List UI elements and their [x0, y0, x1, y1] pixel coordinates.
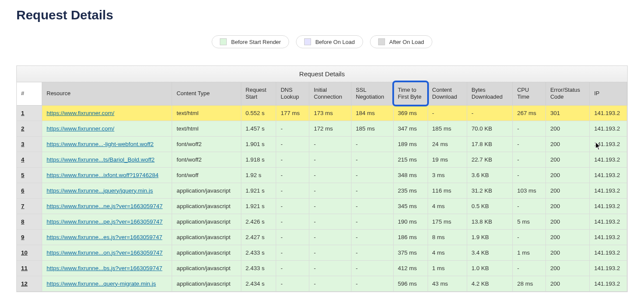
row-index[interactable]: 2: [17, 121, 42, 136]
cell-cpuTime: 28 ms: [513, 276, 546, 291]
col-header-content-type[interactable]: Content Type: [172, 82, 241, 105]
cell-cpuTime: -: [513, 152, 546, 167]
cell-initialConnection: -: [309, 214, 351, 229]
resource-link[interactable]: https://www.fixrunne...on.js?ver=1663059…: [46, 249, 163, 256]
legend-before-on-load[interactable]: Before On Load: [296, 35, 363, 48]
row-index[interactable]: 12: [17, 276, 42, 291]
cell-contentDownload: 3 ms: [428, 167, 467, 183]
cell-ttfb: 215 ms: [393, 152, 428, 167]
table-row[interactable]: 7https://www.fixrunne...ne.js?ver=166305…: [17, 198, 627, 214]
col-header-num[interactable]: #: [17, 82, 42, 105]
cell-sslNegotiation: -: [351, 276, 394, 291]
cell-errorStatus: 200: [546, 198, 590, 214]
cell-cpuTime: -: [513, 260, 546, 276]
row-index[interactable]: 11: [17, 260, 42, 276]
resource-link[interactable]: https://www.fixrunne...ixfont.woff?19746…: [46, 172, 158, 178]
cell-sslNegotiation: -: [351, 167, 394, 183]
row-index[interactable]: 1: [17, 105, 42, 121]
legend-label: Before Start Render: [231, 39, 281, 45]
cell-errorStatus: 301: [546, 105, 590, 121]
cell-initialConnection: -: [309, 245, 351, 260]
resource-cell: https://www.fixrunne...on.js?ver=1663059…: [42, 245, 172, 260]
cell-sslNegotiation: -: [351, 260, 394, 276]
cell-ttfb: 189 ms: [393, 136, 428, 152]
cell-errorStatus: 200: [546, 229, 590, 245]
col-header-initial-connection[interactable]: Initial Connection: [309, 82, 351, 105]
cell-sslNegotiation: -: [351, 245, 394, 260]
cell-ttfb: 186 ms: [393, 229, 428, 245]
cell-initialConnection: -: [309, 167, 351, 183]
cell-contentDownload: 185 ms: [428, 121, 467, 136]
cell-bytesDownloaded: 70.0 KB: [467, 121, 512, 136]
cell-errorStatus: 200: [546, 121, 590, 136]
table-row[interactable]: 12https://www.fixrunne...query-migrate.m…: [17, 276, 627, 291]
table-row[interactable]: 2https://www.fixrunner.com/text/html1.45…: [17, 121, 627, 136]
resource-link[interactable]: https://www.fixrunne...-light-webfont.wo…: [46, 141, 154, 147]
resource-link[interactable]: https://www.fixrunne...bs.js?ver=1663059…: [46, 265, 162, 271]
col-header-cpu-time[interactable]: CPU Time: [513, 82, 546, 105]
table-row[interactable]: 5https://www.fixrunne...ixfont.woff?1974…: [17, 167, 627, 183]
cell-bytesDownloaded: 3.4 KB: [467, 245, 512, 260]
resource-link[interactable]: https://www.fixrunne...query-migrate.min…: [46, 280, 156, 287]
row-index[interactable]: 5: [17, 167, 42, 183]
cell-contentDownload: 8 ms: [428, 229, 467, 245]
cell-initialConnection: 173 ms: [309, 105, 351, 121]
cell-bytesDownloaded: 13.8 KB: [467, 214, 512, 229]
table-row[interactable]: 3https://www.fixrunne...-light-webfont.w…: [17, 136, 627, 152]
table-row[interactable]: 6https://www.fixrunne...jquery/jquery.mi…: [17, 183, 627, 198]
resource-link[interactable]: https://www.fixrunne...es.js?ver=1663059…: [46, 234, 162, 240]
resource-link[interactable]: https://www.fixrunner.com/: [46, 110, 114, 116]
cell-errorStatus: 200: [546, 276, 590, 291]
col-header-ssl-negotiation[interactable]: SSL Negotiation: [351, 82, 394, 105]
row-index[interactable]: 9: [17, 229, 42, 245]
cell-dnsLookup: -: [276, 136, 309, 152]
cell-sslNegotiation: -: [351, 136, 394, 152]
cell-requestStart: 2.427 s: [241, 229, 276, 245]
resource-link[interactable]: https://www.fixrunne...pe.js?ver=1663059…: [46, 218, 163, 225]
col-header-content-download[interactable]: Content Download: [428, 82, 467, 105]
cell-ttfb: 347 ms: [393, 121, 428, 136]
col-header-resource[interactable]: Resource: [42, 82, 172, 105]
row-index[interactable]: 10: [17, 245, 42, 260]
cell-contentDownload: 1 ms: [428, 260, 467, 276]
table-row[interactable]: 9https://www.fixrunne...es.js?ver=166305…: [17, 229, 627, 245]
col-header-request-start[interactable]: Request Start: [241, 82, 276, 105]
col-header-ttfb[interactable]: Time to First Byte: [393, 82, 428, 105]
cell-cpuTime: 1 ms: [513, 245, 546, 260]
row-index[interactable]: 8: [17, 214, 42, 229]
cell-initialConnection: -: [309, 183, 351, 198]
cell-bytesDownloaded: 1.9 KB: [467, 229, 512, 245]
resource-link[interactable]: https://www.fixrunne...ne.js?ver=1663059…: [46, 203, 163, 209]
cell-ip: 141.193.2: [590, 260, 627, 276]
cell-requestStart: 1.921 s: [241, 198, 276, 214]
cell-cpuTime: 103 ms: [513, 183, 546, 198]
col-header-bytes-downloaded[interactable]: Bytes Downloaded: [467, 82, 512, 105]
table-row[interactable]: 4https://www.fixrunne...ts/Bariol_Bold.w…: [17, 152, 627, 167]
row-index[interactable]: 7: [17, 198, 42, 214]
col-header-ip[interactable]: IP: [590, 82, 627, 105]
legend-before-start-render[interactable]: Before Start Render: [212, 35, 289, 48]
table-row[interactable]: 11https://www.fixrunne...bs.js?ver=16630…: [17, 260, 627, 276]
row-index[interactable]: 4: [17, 152, 42, 167]
cell-bytesDownloaded: 31.2 KB: [467, 183, 512, 198]
resource-link[interactable]: https://www.fixrunne...ts/Bariol_Bold.wo…: [46, 156, 154, 163]
row-index[interactable]: 6: [17, 183, 42, 198]
table-row[interactable]: 10https://www.fixrunne...on.js?ver=16630…: [17, 245, 627, 260]
cell-contentDownload: 116 ms: [428, 183, 467, 198]
table-row[interactable]: 8https://www.fixrunne...pe.js?ver=166305…: [17, 214, 627, 229]
cell-contentDownload: 24 ms: [428, 136, 467, 152]
cell-ttfb: 412 ms: [393, 260, 428, 276]
legend-after-on-load[interactable]: After On Load: [370, 35, 432, 48]
resource-cell: https://www.fixrunne...-light-webfont.wo…: [42, 136, 172, 152]
resource-link[interactable]: https://www.fixrunner.com/: [46, 125, 114, 132]
cell-dnsLookup: -: [276, 167, 309, 183]
cell-contentDownload: -: [428, 105, 467, 121]
col-header-dns-lookup[interactable]: DNS Lookup: [276, 82, 309, 105]
row-index[interactable]: 3: [17, 136, 42, 152]
resource-link[interactable]: https://www.fixrunne...jquery/jquery.min…: [46, 187, 153, 194]
col-header-error-status[interactable]: Error/Status Code: [546, 82, 590, 105]
cell-ttfb: 375 ms: [393, 245, 428, 260]
table-row[interactable]: 1https://www.fixrunner.com/text/html0.55…: [17, 105, 627, 121]
cell-errorStatus: 200: [546, 183, 590, 198]
cell-ip: 141.193.2: [590, 105, 627, 121]
